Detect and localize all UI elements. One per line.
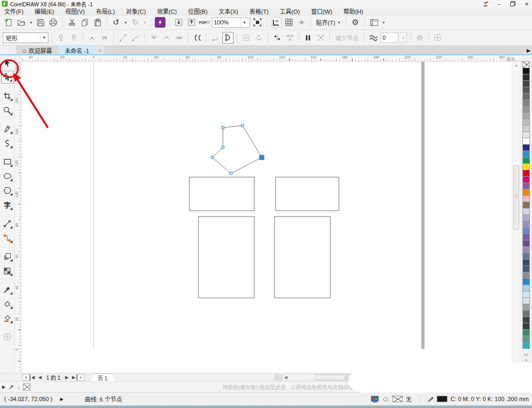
polygon-tool[interactable] (1, 184, 14, 197)
open-dropdown[interactable]: ▾ (29, 20, 33, 25)
rectangle-tool[interactable] (1, 155, 14, 168)
menu-item[interactable]: 位图(B) (188, 7, 207, 15)
close-button[interactable]: × (522, 1, 531, 7)
preset-dropdown-icon[interactable]: ▾ (40, 33, 48, 43)
preset-combo[interactable]: 矩形 ▾ (3, 32, 48, 43)
menu-item[interactable]: 效果(C) (157, 7, 177, 15)
menu-item[interactable]: 对象(C) (126, 7, 146, 15)
smoothness-spinner[interactable]: ± (400, 32, 407, 43)
menu-item[interactable]: 文本(X) (219, 7, 238, 15)
first-page-button[interactable]: ◀ (30, 374, 36, 381)
customize-propbar-icon[interactable] (432, 32, 443, 44)
zoom-tool[interactable] (1, 104, 14, 116)
cusp-node-icon (148, 32, 159, 44)
vertical-ruler[interactable]: 180160140120100806040200 (15, 62, 21, 373)
scroll-left-icon[interactable]: ◀ (284, 375, 287, 380)
palette-scroll-down-icon[interactable] (524, 352, 528, 356)
add-tools-button[interactable] (1, 330, 14, 343)
color-proof-icon[interactable] (371, 396, 379, 403)
horizontal-ruler[interactable]: 4020020406080100120140160180200220240260 (21, 55, 522, 62)
pick-tool[interactable] (1, 56, 14, 69)
menu-item[interactable]: 窗口(W) (311, 7, 332, 15)
curve-tool[interactable] (1, 137, 14, 149)
drawing-canvas[interactable] (21, 62, 512, 373)
transparency-tool[interactable] (1, 264, 14, 277)
text-tool[interactable]: 字 (1, 198, 14, 211)
tab-scroll-right-icon[interactable]: ▶ (527, 48, 530, 53)
reverse-direction-icon[interactable] (192, 32, 203, 44)
show-rulers-icon[interactable] (271, 17, 281, 28)
add-page-before-button[interactable]: + (22, 374, 30, 381)
status-flyout-icon[interactable]: ▶ (60, 397, 63, 402)
shape-tool[interactable] (1, 71, 14, 84)
ruler-origin-corner[interactable] (15, 55, 21, 62)
page-1-tab[interactable]: 页 1 (90, 373, 115, 381)
export-icon[interactable] (186, 17, 197, 28)
vertical-scrollbar[interactable]: ▲ ▼ (512, 62, 520, 373)
close-curve-icon[interactable] (222, 32, 234, 44)
account-icon[interactable] (481, 1, 489, 7)
dimension-tool[interactable] (1, 217, 14, 230)
vertical-scrollbar-thumb[interactable] (513, 165, 519, 230)
smoothness-input[interactable] (380, 32, 398, 43)
show-grid-icon[interactable] (284, 17, 294, 28)
menu-item[interactable]: 帮助(H) (343, 7, 363, 15)
menu-item[interactable]: 视图(V) (65, 7, 85, 15)
restore-button[interactable] (509, 1, 517, 7)
menu-item[interactable]: 表格(T) (250, 7, 269, 15)
menu-item[interactable]: 工具(O) (280, 7, 300, 15)
fill-status-icon[interactable] (382, 396, 389, 403)
minimize-button[interactable]: – (495, 1, 503, 7)
docpal-collapse-icon[interactable]: ‹ (18, 384, 20, 390)
connector-tool[interactable] (1, 231, 14, 244)
docpal-eyedropper-icon[interactable] (9, 384, 14, 390)
drop-shadow-tool[interactable] (1, 250, 14, 263)
search-content-icon[interactable] (155, 17, 165, 28)
pdf-label: PDF (199, 21, 206, 24)
no-color-swatch[interactable] (522, 61, 530, 68)
prev-page-button[interactable]: ◀ (36, 374, 44, 381)
snap-to-menu[interactable]: 贴齐(T)▾ (315, 18, 342, 27)
options-gear-icon[interactable]: ⚙ (350, 17, 361, 28)
print-icon[interactable] (48, 17, 59, 28)
docpal-empty-swatch[interactable] (23, 384, 30, 390)
menu-item[interactable]: 编辑(E) (35, 7, 54, 15)
open-icon[interactable] (16, 17, 27, 28)
last-page-button[interactable]: ▶ (71, 374, 77, 381)
cut-icon[interactable] (66, 17, 77, 28)
scrollbar-splitter[interactable] (275, 374, 282, 381)
interface-panel-icon[interactable] (369, 17, 379, 28)
new-document-icon[interactable] (3, 17, 14, 28)
undo-icon[interactable]: ↺ (111, 17, 121, 28)
zoom-dropdown-icon[interactable]: ▾ (240, 18, 248, 27)
align-nodes-icon[interactable] (271, 32, 282, 44)
import-icon[interactable] (173, 17, 184, 28)
zoom-level-combo[interactable]: 100% ▾ (212, 18, 250, 28)
outline-pen-icon[interactable] (427, 396, 434, 402)
interactive-fill-tool[interactable] (1, 297, 14, 310)
paste-icon[interactable] (92, 17, 103, 28)
publish-pdf-icon[interactable]: PDF (199, 17, 210, 28)
copy-icon[interactable] (79, 17, 90, 28)
save-icon[interactable] (35, 17, 46, 28)
color-eyedropper-tool[interactable] (1, 283, 14, 296)
interface-dropdown[interactable]: ▾ (381, 20, 386, 25)
reflect-nodes-horizontal-icon[interactable] (302, 32, 313, 44)
palette-expand-icon[interactable]: » (525, 358, 527, 363)
freehand-tool[interactable] (1, 122, 14, 135)
ellipse-tool[interactable] (1, 170, 14, 182)
scroll-up-icon[interactable]: ▲ (514, 63, 519, 68)
menu-item[interactable]: 文件(F) (4, 7, 23, 15)
fullscreen-preview-icon[interactable] (252, 17, 263, 28)
smart-fill-tool[interactable] (1, 312, 14, 324)
fill-color-swatch[interactable] (392, 396, 403, 402)
outline-color-swatch[interactable] (437, 396, 447, 402)
docpal-flyout-icon[interactable]: ▶ (2, 385, 5, 389)
color-swatch[interactable] (522, 342, 530, 349)
undo-dropdown[interactable]: ▾ (123, 20, 128, 25)
next-page-button[interactable]: ▶ (63, 374, 71, 381)
menu-item[interactable]: 布局(L) (96, 7, 114, 15)
show-guidelines-icon[interactable] (296, 17, 307, 28)
add-page-after-button[interactable]: + (77, 374, 85, 381)
crop-tool[interactable] (1, 89, 14, 102)
